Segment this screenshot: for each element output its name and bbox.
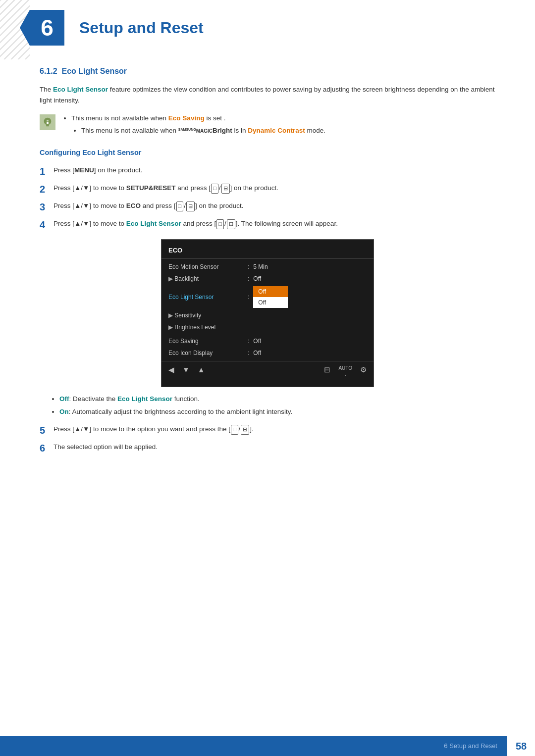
menu-icon-auto: AUTO · [338,364,352,383]
chapter-number: 6 [41,16,54,39]
menu-bottom-bar: ◀ · ▼ · ▲ · ⊟ · AUTO · ⚙ · [161,361,374,384]
menu-screenshot: ECO Eco Motion Sensor : 5 Min ▶ Backligh… [161,239,374,387]
menu-label-eco-saving: Eco Saving [168,337,248,346]
chapter-number-box: 6 [30,10,64,46]
section-description: The Eco Light Sensor feature optimizes t… [40,84,495,105]
step-6-num: 6 [40,442,54,454]
step-3-num: 3 [40,201,54,213]
desc-end: feature optimizes the view condition and… [40,86,495,104]
svg-rect-2 [47,121,49,122]
page-footer: 6 Setup and Reset 58 [0,736,535,756]
steps-list: 1 Press [MENU] on the product. 2 Press [… [40,165,495,231]
step-3: 3 Press [▲/▼] to move to ECO and press [… [40,201,495,213]
menu-row-sensitivity: ▶ Sensitivity [161,309,374,321]
menu-row-backlight: ▶ Backlight : Off [161,273,374,285]
section-id: 6.1.2 [40,67,57,75]
step-3-text: Press [▲/▼] to move to ECO and press [□/… [54,201,495,211]
menu-screenshot-title: ECO [161,244,374,259]
menu-row-eco-saving: Eco Saving : Off [161,335,374,347]
note-item-2: This menu is not available when SAMSUNGM… [81,126,325,136]
step-5-num: 5 [40,424,54,437]
menu-row-brightnes: ▶ Brightnes Level [161,321,374,333]
step-5-text: Press [▲/▼] to move to the option you wa… [54,424,495,435]
step-4-num: 4 [40,218,54,231]
step-1-text: Press [MENU] on the product. [54,165,495,176]
note-list: This menu is not available when Eco Savi… [61,113,325,139]
chapter-header: 6 Setup and Reset [30,0,535,60]
menu-icon-nav: ▼ · [182,364,190,383]
dropdown-on-option: Off [253,297,288,308]
desc-bold: Eco Light Sensor [53,86,108,93]
menu-label-sensitivity: ▶ Sensitivity [168,311,248,320]
menu-row-eco-motion: Eco Motion Sensor : 5 Min [161,261,374,273]
menu-icon-settings: ⚙ · [360,364,367,383]
menu-value-backlight: Off [253,274,261,283]
option-off: Off: Deactivate the Eco Light Sensor fun… [59,394,495,404]
menu-label-eco-light: Eco Light Sensor [168,293,248,302]
sub-heading: Configuring Eco Light Sensor [40,148,495,158]
menu-icon-display: ⊟ · [324,364,330,383]
step-2: 2 Press [▲/▼] to move to SETUP&RESET and… [40,183,495,196]
section-title: Eco Light Sensor [61,67,127,75]
note-box: This menu is not available when Eco Savi… [40,113,495,139]
note-item-1: This menu is not available when Eco Savi… [71,113,325,123]
section-heading: 6.1.2 Eco Light Sensor [40,65,495,77]
menu-value-eco-icon: Off [253,349,261,357]
option-list: Off: Deactivate the Eco Light Sensor fun… [40,394,495,417]
svg-rect-3 [47,122,49,124]
content-area: 6.1.2 Eco Light Sensor The Eco Light Sen… [40,65,495,454]
menu-label-brightnes: ▶ Brightnes Level [168,323,248,332]
menu-row-eco-light: Eco Light Sensor : Off Off [161,285,374,309]
menu-dropdown: Off Off [253,286,288,308]
step-2-text: Press [▲/▼] to move to SETUP&RESET and p… [54,183,495,194]
menu-icon-back: ◀ · [168,364,174,383]
step-4-text: Press [▲/▼] to move to Eco Light Sensor … [54,218,495,229]
desc-start: The [40,86,53,93]
menu-icon-enter: ▲ · [198,364,205,383]
dropdown-off-option: Off [253,286,288,297]
menu-value-eco-motion: 5 Min [253,262,268,271]
steps-list-2: 5 Press [▲/▼] to move to the option you … [40,424,495,454]
menu-label-eco-icon: Eco Icon Display [168,349,248,357]
footer-text: 6 Setup and Reset [444,741,507,751]
step-1: 1 Press [MENU] on the product. [40,165,495,178]
step-6-text: The selected option will be applied. [54,442,495,453]
menu-label-eco-motion: Eco Motion Sensor [168,262,248,271]
step-1-num: 1 [40,165,54,178]
note-icon [40,114,55,130]
step-4: 4 Press [▲/▼] to move to Eco Light Senso… [40,218,495,231]
option-on: On: Automatically adjust the brightness … [59,407,495,417]
menu-label-backlight: ▶ Backlight [168,274,248,283]
chapter-title: Setup and Reset [79,16,204,40]
step-6: 6 The selected option will be applied. [40,442,495,454]
menu-row-eco-icon: Eco Icon Display : Off [161,347,374,359]
step-5: 5 Press [▲/▼] to move to the option you … [40,424,495,437]
menu-value-eco-saving: Off [253,337,261,346]
step-2-num: 2 [40,183,54,196]
footer-page-number: 58 [507,736,535,756]
